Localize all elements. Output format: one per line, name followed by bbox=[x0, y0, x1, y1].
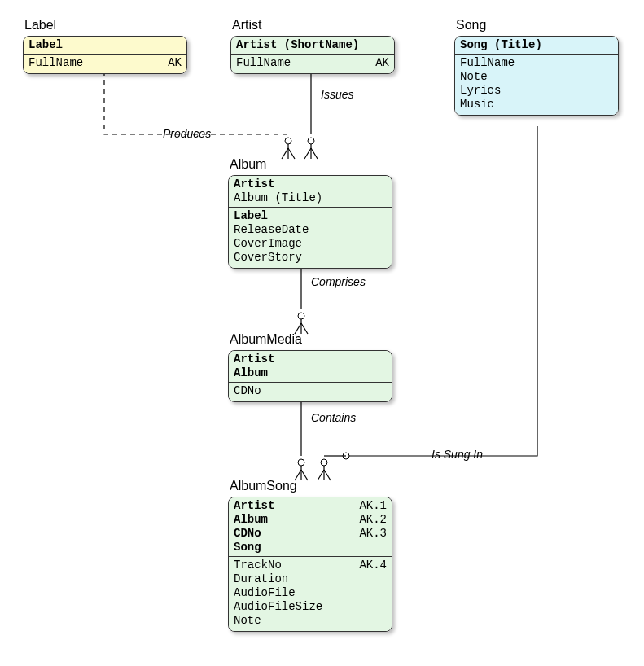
field-label: CDNo bbox=[234, 384, 261, 398]
svg-point-5 bbox=[308, 138, 314, 144]
field-label: Song bbox=[234, 541, 261, 554]
entity-title-artist: Artist bbox=[232, 18, 261, 33]
entity-album: Artist Album (Title) Label ReleaseDate C… bbox=[228, 175, 392, 269]
field-label: Artist bbox=[234, 353, 274, 366]
field-label: Album bbox=[234, 513, 268, 527]
svg-line-8 bbox=[311, 148, 318, 159]
field-label: Song (Title) bbox=[460, 38, 542, 52]
field-label: Artist bbox=[234, 177, 274, 191]
entity-albummedia: Artist Album CDNo bbox=[228, 350, 392, 402]
field-label: CoverStory bbox=[234, 251, 302, 265]
field-label: Label bbox=[234, 209, 268, 223]
field-label: Album bbox=[234, 366, 268, 380]
rel-issungin: Is Sung In bbox=[432, 448, 483, 461]
field-label: Lyrics bbox=[460, 84, 501, 98]
svg-line-4 bbox=[288, 148, 295, 159]
svg-point-10 bbox=[298, 313, 304, 319]
entity-song: Song (Title) FullName Note Lyrics Music bbox=[454, 36, 619, 116]
entity-title-albummedia: AlbumMedia bbox=[230, 332, 302, 347]
entity-artist: Artist (ShortName) FullNameAK bbox=[230, 36, 395, 74]
svg-point-19 bbox=[343, 453, 349, 459]
entity-title-label: Label bbox=[24, 18, 56, 33]
rel-comprises: Comprises bbox=[311, 275, 366, 288]
field-label: Note bbox=[460, 70, 488, 84]
field-label: Music bbox=[460, 98, 494, 112]
field-label: Note bbox=[234, 614, 261, 628]
field-label: Album (Title) bbox=[234, 191, 322, 205]
svg-line-22 bbox=[318, 470, 324, 480]
field-label: ReleaseDate bbox=[234, 223, 309, 237]
rel-produces: Produces bbox=[163, 127, 211, 140]
rel-contains: Contains bbox=[311, 411, 356, 424]
field-label: AudioFileSize bbox=[234, 600, 322, 614]
field-label: Label bbox=[28, 38, 63, 52]
field-label: Artist (ShortName) bbox=[236, 38, 359, 52]
entity-title-album: Album bbox=[230, 157, 266, 172]
entity-title-song: Song bbox=[456, 18, 486, 33]
svg-line-13 bbox=[301, 323, 308, 334]
field-label: FullName bbox=[28, 56, 83, 70]
svg-point-20 bbox=[321, 459, 327, 466]
svg-point-15 bbox=[298, 459, 304, 466]
field-label: CDNo bbox=[234, 527, 261, 541]
field-label: Duration bbox=[234, 572, 288, 586]
field-label: Artist bbox=[234, 499, 274, 513]
entity-title-albumsong: AlbumSong bbox=[230, 479, 297, 493]
svg-line-7 bbox=[304, 148, 311, 159]
field-label: FullName bbox=[236, 56, 291, 70]
entity-albumsong: ArtistAK.1 AlbumAK.2 CDNoAK.3 Song Track… bbox=[228, 497, 392, 632]
field-label: FullName bbox=[460, 56, 515, 70]
field-label: CoverImage bbox=[234, 237, 302, 251]
svg-point-1 bbox=[285, 138, 291, 144]
entity-label: Label FullNameAK bbox=[23, 36, 187, 74]
field-label: AudioFile bbox=[234, 586, 296, 600]
svg-line-23 bbox=[324, 470, 331, 480]
svg-line-3 bbox=[282, 148, 288, 159]
svg-line-18 bbox=[301, 470, 308, 480]
rel-issues: Issues bbox=[321, 88, 353, 101]
field-label: TrackNo bbox=[234, 559, 282, 572]
